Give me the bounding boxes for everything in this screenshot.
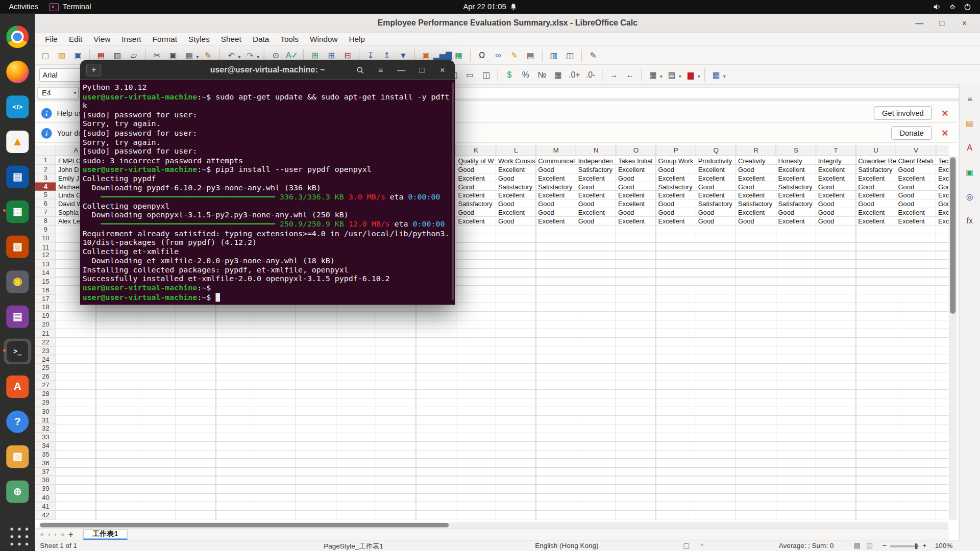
cell-N7[interactable]: Excellent (578, 209, 617, 217)
cell-Q1[interactable]: Productivity (698, 157, 737, 165)
cell-R8[interactable]: Good (738, 217, 776, 226)
row-header-5[interactable]: 5 (35, 191, 57, 199)
cell-O7[interactable]: Good (618, 209, 656, 217)
cell-M3[interactable]: Excellent (538, 174, 576, 182)
row-header-23[interactable]: 23 (35, 346, 57, 355)
cell-V2[interactable]: Good (898, 165, 937, 173)
row-header-16[interactable]: 16 (35, 286, 57, 295)
cell-K8[interactable]: Excellent (458, 217, 497, 226)
delete-decimal-icon[interactable]: .0- (583, 67, 598, 82)
menu-edit[interactable]: Edit (64, 34, 87, 45)
cell-N2[interactable]: Satisfactory (578, 165, 617, 173)
cell-T7[interactable]: Good (818, 209, 856, 217)
cell-O5[interactable]: Excellent (618, 191, 656, 199)
menu-view[interactable]: View (89, 34, 116, 45)
terminal-close-icon[interactable]: × (436, 64, 449, 76)
headers-footers-icon[interactable]: ▤ (523, 48, 538, 63)
column-header-L[interactable]: L (496, 145, 536, 156)
cell-R4[interactable]: Good (738, 183, 776, 191)
cell-L6[interactable]: Good (498, 200, 536, 208)
focused-app-indicator[interactable]: >_ Terminal (50, 3, 91, 11)
maximize-button[interactable]: □ (935, 16, 949, 30)
cell-V7[interactable]: Excellent (898, 209, 937, 217)
decrease-indent-icon[interactable]: ← (623, 67, 638, 82)
cell-Q4[interactable]: Good (698, 183, 737, 191)
cell-L1[interactable]: Work Consis (498, 157, 536, 165)
insert-pivot-table-icon[interactable]: ▦ (451, 48, 466, 63)
document-modified-icon[interactable]: * (701, 542, 703, 549)
cell-K5[interactable]: Excellent (458, 191, 497, 199)
cell-P6[interactable]: Good (658, 200, 696, 208)
format-currency-icon[interactable]: $ (502, 67, 517, 82)
row-header-29[interactable]: 29 (35, 398, 57, 407)
cell-K2[interactable]: Good (458, 165, 497, 173)
cell-V6[interactable]: Good (898, 200, 937, 208)
cell-P4[interactable]: Satisfactory (658, 183, 696, 191)
cell-N5[interactable]: Excellent (578, 191, 617, 199)
activities-button[interactable]: Activities (9, 3, 38, 11)
new-icon[interactable]: ▢ (38, 48, 53, 63)
cell-U1[interactable]: Coworker Re (858, 157, 896, 165)
menu-data[interactable]: Data (248, 34, 274, 45)
cell-P5[interactable]: Excellent (658, 191, 696, 199)
cell-O1[interactable]: Takes Initiat (618, 157, 656, 165)
show-draw-functions-icon[interactable]: ✎ (585, 48, 600, 63)
borders-dropdown-icon[interactable]: ▾ (660, 73, 663, 79)
cell-S8[interactable]: Excellent (778, 217, 816, 226)
row-header-31[interactable]: 31 (35, 416, 57, 424)
cell-O6[interactable]: Excellent (618, 200, 656, 208)
new-tab-button[interactable]: + (86, 63, 101, 76)
dock-google-chrome[interactable] (4, 24, 31, 49)
cell-W1[interactable]: Tec (938, 157, 949, 165)
format-number-icon[interactable]: № (534, 67, 549, 82)
sidebar-gallery-icon[interactable]: ▣ (962, 164, 977, 179)
border-style-icon[interactable]: ▤ (665, 67, 679, 82)
cell-R7[interactable]: Excellent (738, 209, 776, 217)
last-sheet-icon[interactable]: » (60, 530, 64, 538)
cell-Q2[interactable]: Excellent (698, 165, 737, 173)
paste-dropdown-icon[interactable]: ▾ (196, 55, 199, 60)
close-button[interactable]: × (958, 16, 971, 30)
dock-firefox[interactable] (4, 59, 31, 84)
row-header-22[interactable]: 22 (35, 338, 57, 346)
zoom-out-icon[interactable]: − (883, 542, 887, 549)
terminal-output[interactable]: Python 3.10.12user@user-virtual-machine:… (80, 80, 455, 305)
row-header-8[interactable]: 8 (35, 217, 57, 226)
cell-T1[interactable]: Integrity (818, 157, 856, 165)
dock-settings[interactable] (4, 479, 31, 504)
menu-window[interactable]: Window (305, 34, 342, 45)
dock-gimp[interactable] (4, 269, 31, 294)
dock-files[interactable] (4, 443, 31, 469)
zoom-in-icon[interactable]: + (922, 542, 926, 549)
cell-W2[interactable]: Excellent (938, 165, 949, 173)
row-header-14[interactable]: 14 (35, 269, 57, 278)
cell-L4[interactable]: Satisfactory (498, 183, 536, 191)
cell-O4[interactable]: Good (618, 183, 656, 191)
cell-U6[interactable]: Good (858, 200, 896, 208)
row-header-33[interactable]: 33 (35, 433, 57, 442)
row-header-32[interactable]: 32 (35, 424, 57, 433)
row-header-34[interactable]: 34 (35, 442, 57, 450)
menu-tools[interactable]: Tools (275, 34, 303, 45)
cell-W5[interactable]: Excellent (938, 191, 949, 199)
column-header-O[interactable]: O (616, 145, 656, 156)
cell-P8[interactable]: Excellent (658, 217, 696, 226)
cell-N1[interactable]: Independen (578, 157, 617, 165)
row-header-21[interactable]: 21 (35, 329, 57, 338)
freeze-rows-columns-icon[interactable]: ▥ (546, 48, 561, 63)
cell-N3[interactable]: Excellent (578, 174, 617, 182)
cell-O2[interactable]: Excellent (618, 165, 656, 173)
cell-U4[interactable]: Good (858, 183, 896, 191)
row-header-3[interactable]: 3 (35, 173, 57, 182)
row-header-19[interactable]: 19 (35, 312, 57, 320)
menu-file[interactable]: File (40, 34, 62, 45)
open-icon[interactable]: ▨ (55, 48, 69, 63)
donate-button[interactable]: Donate (891, 126, 932, 140)
cell-U2[interactable]: Satisfactory (858, 165, 896, 173)
cell-P1[interactable]: Group Work (658, 157, 696, 165)
cell-M7[interactable]: Good (538, 209, 576, 217)
cell-L8[interactable]: Good (498, 217, 536, 226)
row-header-20[interactable]: 20 (35, 320, 57, 329)
dock-vscode[interactable] (4, 94, 31, 119)
vertical-scrollbar[interactable] (949, 156, 957, 520)
